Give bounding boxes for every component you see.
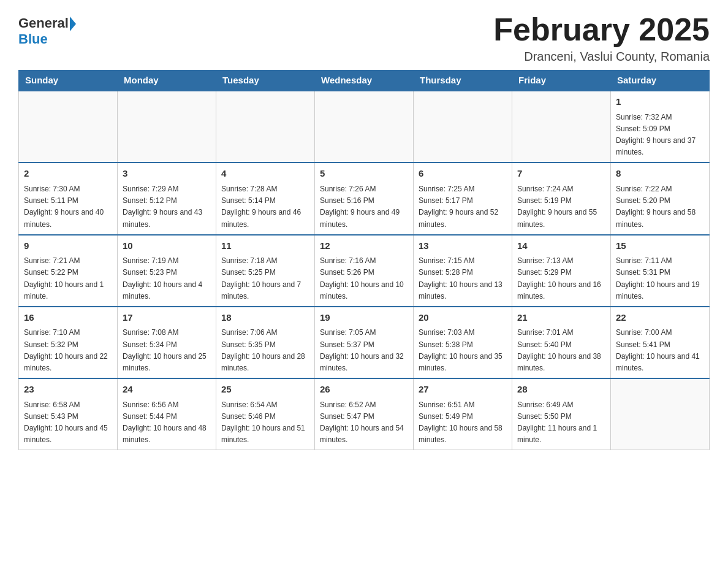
- calendar-header: SundayMondayTuesdayWednesdayThursdayFrid…: [19, 70, 710, 91]
- calendar-cell: 21Sunrise: 7:01 AMSunset: 5:40 PMDayligh…: [512, 307, 611, 378]
- calendar-table: SundayMondayTuesdayWednesdayThursdayFrid…: [18, 70, 710, 450]
- calendar-cell: 22Sunrise: 7:00 AMSunset: 5:41 PMDayligh…: [611, 307, 710, 378]
- calendar-cell: 24Sunrise: 6:56 AMSunset: 5:44 PMDayligh…: [118, 378, 216, 450]
- day-number: 5: [320, 167, 408, 181]
- calendar-cell: 18Sunrise: 7:06 AMSunset: 5:35 PMDayligh…: [216, 307, 315, 378]
- logo-triangle-icon: [70, 17, 76, 31]
- day-number: 14: [517, 239, 605, 253]
- day-info: Sunrise: 7:19 AMSunset: 5:23 PMDaylight:…: [123, 255, 211, 302]
- day-number: 13: [419, 239, 507, 253]
- title-block: February 2025 Dranceni, Vaslui County, R…: [493, 12, 710, 64]
- day-info: Sunrise: 7:26 AMSunset: 5:16 PMDaylight:…: [320, 183, 408, 231]
- day-info: Sunrise: 6:49 AMSunset: 5:50 PMDaylight:…: [517, 399, 605, 446]
- day-number: 12: [320, 239, 408, 253]
- calendar-cell: 28Sunrise: 6:49 AMSunset: 5:50 PMDayligh…: [512, 378, 611, 450]
- day-info: Sunrise: 7:18 AMSunset: 5:25 PMDaylight:…: [221, 255, 309, 302]
- day-info: Sunrise: 7:03 AMSunset: 5:38 PMDaylight:…: [419, 327, 507, 374]
- calendar-week-2: 2Sunrise: 7:30 AMSunset: 5:11 PMDaylight…: [19, 163, 710, 234]
- calendar-cell: 25Sunrise: 6:54 AMSunset: 5:46 PMDayligh…: [216, 378, 315, 450]
- day-info: Sunrise: 7:22 AMSunset: 5:20 PMDaylight:…: [616, 183, 704, 231]
- calendar-week-1: 1Sunrise: 7:32 AMSunset: 5:09 PMDaylight…: [19, 91, 710, 163]
- day-headers-row: SundayMondayTuesdayWednesdayThursdayFrid…: [19, 70, 710, 91]
- day-info: Sunrise: 6:54 AMSunset: 5:46 PMDaylight:…: [221, 399, 309, 446]
- calendar-cell: [512, 91, 611, 163]
- day-number: 16: [24, 311, 112, 325]
- calendar-cell: 2Sunrise: 7:30 AMSunset: 5:11 PMDaylight…: [19, 163, 118, 234]
- calendar-cell: [315, 91, 414, 163]
- day-number: 1: [616, 95, 704, 109]
- day-info: Sunrise: 6:52 AMSunset: 5:47 PMDaylight:…: [320, 399, 408, 446]
- calendar-cell: 8Sunrise: 7:22 AMSunset: 5:20 PMDaylight…: [611, 163, 710, 234]
- day-info: Sunrise: 7:06 AMSunset: 5:35 PMDaylight:…: [221, 327, 309, 374]
- calendar-cell: [118, 91, 216, 163]
- calendar-cell: [19, 91, 118, 163]
- day-number: 10: [123, 239, 211, 253]
- day-number: 2: [24, 167, 112, 181]
- calendar-cell: 20Sunrise: 7:03 AMSunset: 5:38 PMDayligh…: [414, 307, 512, 378]
- calendar-cell: 10Sunrise: 7:19 AMSunset: 5:23 PMDayligh…: [118, 235, 216, 307]
- calendar-cell: 17Sunrise: 7:08 AMSunset: 5:34 PMDayligh…: [118, 307, 216, 378]
- day-header-tuesday: Tuesday: [216, 70, 315, 91]
- day-info: Sunrise: 7:15 AMSunset: 5:28 PMDaylight:…: [419, 255, 507, 302]
- day-info: Sunrise: 7:32 AMSunset: 5:09 PMDaylight:…: [616, 112, 704, 159]
- day-info: Sunrise: 7:08 AMSunset: 5:34 PMDaylight:…: [123, 327, 211, 374]
- logo: General Blue: [18, 12, 76, 47]
- day-info: Sunrise: 7:05 AMSunset: 5:37 PMDaylight:…: [320, 327, 408, 374]
- day-header-friday: Friday: [512, 70, 611, 91]
- day-number: 17: [123, 311, 211, 325]
- day-number: 20: [419, 311, 507, 325]
- day-number: 15: [616, 239, 704, 253]
- day-info: Sunrise: 7:01 AMSunset: 5:40 PMDaylight:…: [517, 327, 605, 374]
- day-info: Sunrise: 7:11 AMSunset: 5:31 PMDaylight:…: [616, 255, 704, 302]
- location-subtitle: Dranceni, Vaslui County, Romania: [493, 50, 710, 64]
- calendar-cell: 4Sunrise: 7:28 AMSunset: 5:14 PMDaylight…: [216, 163, 315, 234]
- day-info: Sunrise: 7:16 AMSunset: 5:26 PMDaylight:…: [320, 255, 408, 302]
- day-header-wednesday: Wednesday: [315, 70, 414, 91]
- day-info: Sunrise: 7:29 AMSunset: 5:12 PMDaylight:…: [123, 183, 211, 231]
- calendar-cell: 1Sunrise: 7:32 AMSunset: 5:09 PMDaylight…: [611, 91, 710, 163]
- day-header-thursday: Thursday: [414, 70, 512, 91]
- calendar-week-3: 9Sunrise: 7:21 AMSunset: 5:22 PMDaylight…: [19, 235, 710, 307]
- day-info: Sunrise: 6:58 AMSunset: 5:43 PMDaylight:…: [24, 399, 112, 446]
- calendar-cell: 5Sunrise: 7:26 AMSunset: 5:16 PMDaylight…: [315, 163, 414, 234]
- day-number: 11: [221, 239, 309, 253]
- day-number: 27: [419, 383, 507, 397]
- calendar-cell: 15Sunrise: 7:11 AMSunset: 5:31 PMDayligh…: [611, 235, 710, 307]
- day-info: Sunrise: 7:24 AMSunset: 5:19 PMDaylight:…: [517, 183, 605, 231]
- day-number: 21: [517, 311, 605, 325]
- day-header-sunday: Sunday: [19, 70, 118, 91]
- calendar-week-5: 23Sunrise: 6:58 AMSunset: 5:43 PMDayligh…: [19, 378, 710, 450]
- day-info: Sunrise: 7:13 AMSunset: 5:29 PMDaylight:…: [517, 255, 605, 302]
- day-number: 26: [320, 383, 408, 397]
- calendar-cell: 13Sunrise: 7:15 AMSunset: 5:28 PMDayligh…: [414, 235, 512, 307]
- calendar-cell: 6Sunrise: 7:25 AMSunset: 5:17 PMDaylight…: [414, 163, 512, 234]
- calendar-cell: 3Sunrise: 7:29 AMSunset: 5:12 PMDaylight…: [118, 163, 216, 234]
- calendar-cell: 9Sunrise: 7:21 AMSunset: 5:22 PMDaylight…: [19, 235, 118, 307]
- day-number: 9: [24, 239, 112, 253]
- calendar-cell: 16Sunrise: 7:10 AMSunset: 5:32 PMDayligh…: [19, 307, 118, 378]
- day-number: 19: [320, 311, 408, 325]
- calendar-cell: [611, 378, 710, 450]
- calendar-cell: 19Sunrise: 7:05 AMSunset: 5:37 PMDayligh…: [315, 307, 414, 378]
- day-info: Sunrise: 7:00 AMSunset: 5:41 PMDaylight:…: [616, 327, 704, 374]
- day-info: Sunrise: 7:10 AMSunset: 5:32 PMDaylight:…: [24, 327, 112, 374]
- day-info: Sunrise: 7:28 AMSunset: 5:14 PMDaylight:…: [221, 183, 309, 231]
- day-number: 25: [221, 383, 309, 397]
- day-number: 7: [517, 167, 605, 181]
- calendar-cell: [216, 91, 315, 163]
- logo-blue-text: Blue: [18, 31, 48, 47]
- day-number: 24: [123, 383, 211, 397]
- calendar-cell: 12Sunrise: 7:16 AMSunset: 5:26 PMDayligh…: [315, 235, 414, 307]
- day-header-monday: Monday: [118, 70, 216, 91]
- month-title: February 2025: [493, 12, 710, 47]
- calendar-cell: 26Sunrise: 6:52 AMSunset: 5:47 PMDayligh…: [315, 378, 414, 450]
- page-header: General Blue February 2025 Dranceni, Vas…: [18, 12, 710, 64]
- day-info: Sunrise: 7:21 AMSunset: 5:22 PMDaylight:…: [24, 255, 112, 302]
- day-number: 8: [616, 167, 704, 181]
- day-info: Sunrise: 7:25 AMSunset: 5:17 PMDaylight:…: [419, 183, 507, 231]
- calendar-cell: 14Sunrise: 7:13 AMSunset: 5:29 PMDayligh…: [512, 235, 611, 307]
- calendar-cell: [414, 91, 512, 163]
- calendar-body: 1Sunrise: 7:32 AMSunset: 5:09 PMDaylight…: [19, 91, 710, 450]
- day-info: Sunrise: 6:51 AMSunset: 5:49 PMDaylight:…: [419, 399, 507, 446]
- calendar-cell: 23Sunrise: 6:58 AMSunset: 5:43 PMDayligh…: [19, 378, 118, 450]
